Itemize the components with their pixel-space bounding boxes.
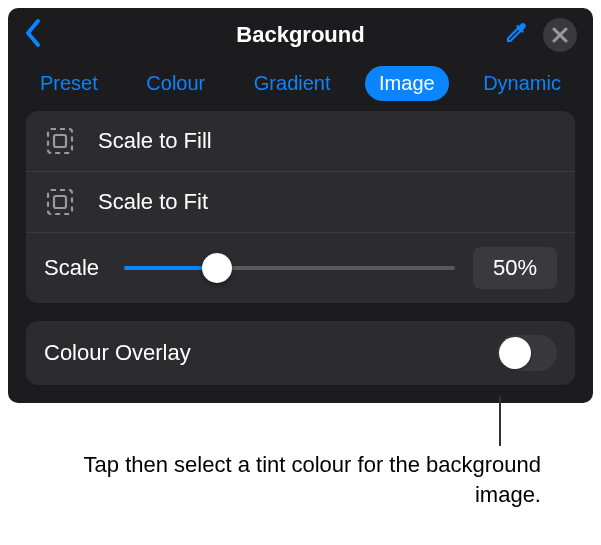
page-title: Background	[236, 22, 364, 48]
scale-to-fit-label: Scale to Fit	[98, 189, 208, 215]
tab-colour[interactable]: Colour	[132, 66, 219, 101]
close-icon	[552, 27, 568, 43]
close-button[interactable]	[543, 18, 577, 52]
eyedropper-button[interactable]	[503, 20, 529, 50]
back-button[interactable]	[24, 18, 42, 52]
panel-header: Background	[8, 8, 593, 66]
colour-overlay-toggle[interactable]	[497, 335, 557, 371]
scale-label: Scale	[44, 255, 106, 281]
svg-rect-0	[48, 129, 72, 153]
tab-dynamic[interactable]: Dynamic	[469, 66, 575, 101]
svg-rect-3	[54, 196, 66, 208]
scale-slider[interactable]	[124, 266, 455, 270]
colour-overlay-group: Colour Overlay	[26, 321, 575, 385]
svg-rect-1	[54, 135, 66, 147]
background-type-tabs: Preset Colour Gradient Image Dynamic	[8, 66, 593, 111]
callout-caption: Tap then select a tint colour for the ba…	[60, 450, 541, 509]
scale-value-field[interactable]: 50%	[473, 247, 557, 289]
scale-fit-icon	[44, 186, 76, 218]
tab-preset[interactable]: Preset	[26, 66, 112, 101]
toggle-knob	[499, 337, 531, 369]
slider-thumb[interactable]	[202, 253, 232, 283]
scale-to-fill-label: Scale to Fill	[98, 128, 212, 154]
svg-rect-2	[48, 190, 72, 214]
background-panel: Background Preset Colour Gradient Image …	[8, 8, 593, 403]
scale-to-fit-row[interactable]: Scale to Fit	[26, 172, 575, 233]
tab-image[interactable]: Image	[365, 66, 449, 101]
colour-overlay-row: Colour Overlay	[26, 321, 575, 385]
chevron-left-icon	[24, 18, 42, 48]
colour-overlay-label: Colour Overlay	[44, 340, 191, 366]
tab-gradient[interactable]: Gradient	[240, 66, 345, 101]
scale-fill-icon	[44, 125, 76, 157]
callout-leader-line	[499, 396, 501, 446]
scale-slider-row: Scale 50%	[26, 233, 575, 303]
scale-to-fill-row[interactable]: Scale to Fill	[26, 111, 575, 172]
scale-options-group: Scale to Fill Scale to Fit Scale 50%	[26, 111, 575, 303]
eyedropper-icon	[503, 20, 529, 46]
